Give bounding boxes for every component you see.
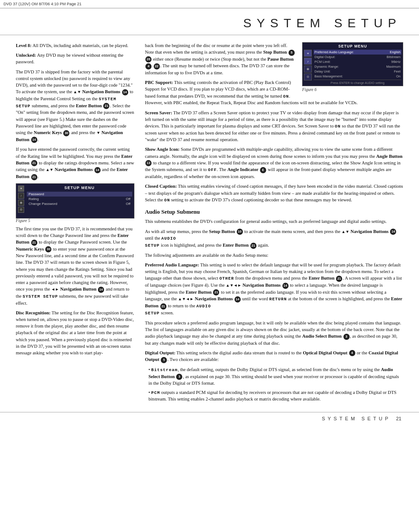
arrows-up-down-1: ▲▼: [73, 90, 81, 94]
level8-label: Level 8:: [16, 43, 32, 48]
password-para: If you have entered the password correct…: [16, 146, 134, 180]
figure6-content: Preferred Audio Language:English Digital…: [314, 50, 401, 84]
button-30-2: 30: [45, 246, 51, 252]
button-21-4: 21: [31, 240, 37, 246]
nav-buttons-label-3: Navigation Buttons: [350, 229, 389, 234]
nav-buttons-label-4: Navigation Buttons: [242, 283, 281, 288]
button-14-6: 14: [282, 283, 289, 289]
figure5-row-2: RatingOff: [27, 197, 132, 201]
button-22: 22: [154, 63, 160, 69]
figure6-row-1: Preferred Audio Language:English: [314, 50, 401, 55]
other-text: OTHER: [219, 276, 234, 281]
level8-text: All DVDs, including adult materials, can…: [33, 43, 128, 48]
button-21-8: 21: [160, 303, 166, 310]
button-5: 5: [289, 50, 295, 56]
button-21-1: 21: [103, 103, 109, 109]
button-14-5: 14: [390, 229, 396, 235]
button-14-2: 14: [31, 137, 37, 143]
figure5-title: SETUP MENU: [27, 186, 132, 190]
bitstream-para: Bitstream, the default setting, outputs …: [148, 366, 403, 387]
menu-icon-1: ≡: [18, 186, 24, 192]
on-text-1: ON: [283, 94, 289, 99]
figure5-row-1: Password: [27, 192, 132, 197]
nav-buttons-label-1: Navigation Buttons: [82, 89, 120, 94]
figure5-label: Figure 5: [16, 219, 134, 223]
sm6-icon-3: ◉: [304, 66, 312, 73]
content-area: Level 8: All DVDs, including adult mater…: [0, 35, 419, 412]
numeric-keys-label-2: Numeric Keys: [16, 247, 44, 251]
unlocked-label: Unlocked:: [16, 53, 36, 58]
button-5-2: 5: [161, 357, 167, 363]
figure6-row-4: Dynamic Range:Maximum: [314, 64, 401, 69]
return-text: RETURN: [269, 297, 287, 302]
audio-setup-mono-2: SETUP: [145, 243, 160, 248]
dvd37-main-para: The DVD 37 is shipped from the factory w…: [16, 69, 134, 143]
menu-icon-2: ♪: [18, 193, 24, 199]
nav-buttons-label-5: Navigation Buttons: [195, 296, 233, 301]
right-column: SETUP MENU ≡ ♪ ◉ ⚙ Preferred Audio Langu…: [145, 42, 403, 405]
figure6-body: ≡ ♪ ◉ ⚙ Preferred Audio Language:English…: [304, 50, 401, 84]
nav-button-label-3: Navigation Button: [60, 287, 97, 292]
arrows-all-2: ▲▼◄►: [178, 297, 194, 301]
button-30-1: 30: [63, 130, 69, 136]
optical-label: Optical Digital Output: [303, 350, 347, 355]
on-text-3: ON: [164, 198, 170, 203]
menu-icon-4: ⚙: [18, 207, 24, 213]
audio-setup-mono-4: SETUP: [145, 311, 160, 316]
unlocked-para: Unlocked: Any DVD may be viewed without …: [16, 52, 134, 65]
button-21-6: 21: [336, 276, 342, 282]
angle-btn-label: Angle Button: [376, 154, 403, 159]
button-26: 26: [145, 56, 152, 62]
button-4: 4: [145, 63, 152, 69]
closed-caption-label: Closed Caption:: [145, 184, 177, 189]
screen-saver-para: Screen Saver: The DVD 37 offers a Screen…: [145, 109, 403, 143]
audio-setup-para2: As with all setup menus, press the Setup…: [145, 228, 403, 249]
nav-buttons-label-2: Navigation Buttons: [54, 167, 93, 172]
left-column: Level 8: All DVDs, including adult mater…: [16, 42, 134, 405]
button-21-2: 21: [31, 160, 37, 166]
numeric-keys-label-1: Numeric Keys: [34, 130, 62, 135]
figure6-sidebar: ≡ ♪ ◉ ⚙: [304, 50, 312, 84]
figure6-area: SETUP MENU ≡ ♪ ◉ ⚙ Preferred Audio Langu…: [302, 42, 403, 92]
sm6-icon-1: ≡: [304, 50, 312, 57]
button-14-7: 14: [235, 296, 241, 302]
figure6-row-2: Digital Output:Bitstream: [314, 55, 401, 59]
enter-btn-label-7: Enter Button: [186, 290, 212, 295]
disc-recog-para: Disc Recognition: The setting for the Di…: [16, 310, 134, 357]
audio-select-btn-label-2: Audio Select Button: [148, 367, 393, 379]
page-footer: SYSTEM SETUP 21: [0, 412, 419, 425]
coaxial-label: Coaxial Digital Output: [145, 350, 398, 362]
button-E: E: [260, 167, 266, 173]
stop-btn-label: Stop Button: [263, 50, 287, 55]
button-14-1: 14: [122, 89, 128, 95]
pcm-para: PCM outputs a standard PCM signal for de…: [148, 389, 403, 403]
audio-setup-mono-3: AUDIO: [196, 304, 211, 309]
figure6-label: Figure 6: [302, 87, 403, 92]
digital-output-label: Digital Output:: [145, 350, 175, 355]
enter-btn-label-5: Enter Button: [223, 243, 249, 248]
figure6-menu: SETUP MENU ≡ ♪ ◉ ⚙ Preferred Audio Langu…: [302, 42, 403, 86]
footer-page-num: 21: [396, 416, 401, 421]
setup-btn-label: Setup Button: [209, 229, 235, 234]
first-time-para: The first time you use the DVD 37, it is…: [16, 226, 134, 306]
show-angle-label: Show Angle Icon:: [145, 147, 180, 152]
figure5-menu: ≡ ♪ ◉ ⚙ SETUP MENU Password RatingOff: [16, 183, 134, 219]
sys-setup-inline-3: SYSTEM SETUP: [22, 294, 58, 299]
figure5-row-3: Change PasswordOff: [27, 201, 132, 206]
arrows-up-down-3: ▲▼: [342, 230, 350, 234]
sys-setup-inline-2: SETUP: [16, 104, 31, 109]
button-3-2: 3: [176, 374, 182, 380]
figure6-row-5: Delay Unit:Feet: [314, 69, 401, 74]
procedure-para: This procedure selects a preferred audio…: [145, 320, 403, 346]
page-title: SYSTEM SETUP: [18, 16, 401, 30]
top-strip-text: DVD 37 (120V) OM 8/7/06 4:10 PM Page 21: [4, 2, 82, 6]
button-14-4: 14: [98, 287, 104, 293]
page-title-area: SYSTEM SETUP: [0, 8, 419, 35]
arrows-up-down-2: ▲▼: [46, 168, 54, 172]
arrows-all-1: ▲▼◄►: [226, 283, 242, 288]
following-adj-para: The following adjustments are available …: [145, 252, 403, 259]
angle-indicator-label: Angle Indicator: [228, 167, 259, 172]
footer-text: SYSTEM SETUP: [322, 416, 391, 421]
button-21-3: 21: [31, 174, 37, 180]
button-13: 13: [145, 160, 152, 166]
